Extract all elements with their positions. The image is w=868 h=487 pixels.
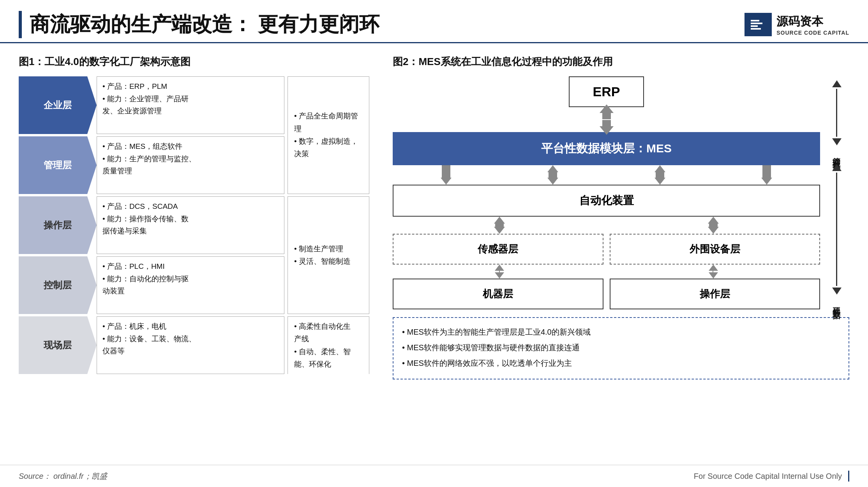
hw-label-text: 硬件数据 bbox=[831, 301, 842, 307]
a1-down bbox=[494, 227, 505, 234]
shaft1 bbox=[442, 165, 450, 178]
descriptions-column: • 产品：ERP，PLM • 能力：企业管理、产品研发、企业资源管理 • 产品：… bbox=[97, 76, 284, 393]
footer-internal: For Source Code Capital Internal Use Onl… bbox=[694, 472, 842, 481]
desc-operation-line2: • 能力：操作指令传输、数据传递与采集 bbox=[102, 213, 279, 237]
desc-operation-line1: • 产品：DCS，SCADA bbox=[102, 201, 279, 212]
arrow-shaft-top bbox=[602, 113, 611, 119]
head3-down bbox=[655, 178, 665, 185]
desc-control-line2: • 能力：自动化的控制与驱动装置 bbox=[102, 273, 279, 297]
layer-management: 管理层 bbox=[19, 136, 97, 194]
head2-up bbox=[547, 165, 558, 172]
desc-enterprise: • 产品：ERP，PLM • 能力：企业管理、产品研发、企业资源管理 bbox=[97, 76, 284, 134]
layer-operation: 操作层 bbox=[19, 196, 97, 254]
manage-data-label bbox=[832, 76, 842, 149]
arrow-up-head bbox=[600, 104, 614, 113]
footer-source: Source： ordinal.fr；凯盛 bbox=[19, 471, 107, 482]
sp1-up bbox=[495, 265, 504, 271]
machine-operation-row: 机器层 操作层 bbox=[393, 279, 820, 309]
arrow-mes-3 bbox=[655, 165, 665, 185]
head3-up bbox=[655, 165, 665, 172]
hw-arrow-down bbox=[832, 288, 842, 295]
shaft3 bbox=[656, 172, 664, 178]
footer-right-area: For Source Code Capital Internal Use Onl… bbox=[694, 471, 849, 482]
right-bracket: 管理数据 硬件数据 bbox=[820, 76, 849, 309]
right-chevrons: • 产品全生命周期管理 • 数字，虚拟制造，决策 • 制造生产管理 • 灵活、智… bbox=[288, 76, 369, 393]
head1 bbox=[441, 178, 452, 185]
chevron2-line1: • 制造生产管理 bbox=[294, 243, 363, 255]
shaft4 bbox=[762, 165, 771, 178]
logo-area: 源码资本 SOURCE CODE CAPITAL bbox=[745, 13, 849, 36]
head4 bbox=[761, 178, 772, 185]
chevron-shape bbox=[288, 374, 369, 393]
logo-cn: 源码资本 bbox=[776, 14, 823, 30]
svg-rect-4 bbox=[751, 28, 761, 30]
diagram2-body: ERP 平台性数据模块层：MES bbox=[393, 76, 849, 309]
chevron2-line2: • 灵活、智能制造 bbox=[294, 255, 363, 268]
diagram2-main: ERP 平台性数据模块层：MES bbox=[393, 76, 820, 309]
mes-box: 平台性数据模块层：MES bbox=[393, 132, 820, 165]
a2-shaft bbox=[709, 224, 718, 227]
head2-down bbox=[547, 178, 558, 185]
operation-box: 操作层 bbox=[610, 279, 820, 309]
erp-box: ERP bbox=[569, 76, 644, 107]
layer-control: 控制层 bbox=[19, 256, 97, 314]
diagram1-body: 企业层 管理层 操作层 控制层 现场层 • 产品：ERP，PLM • 能力：企业… bbox=[19, 76, 369, 393]
page-title: 商流驱动的生产端改造： 更有力更闭环 bbox=[30, 11, 745, 38]
desc-management-line2: • 能力：生产的管理与监控、质量管理 bbox=[102, 153, 279, 177]
chevron-arrow-bottom bbox=[288, 374, 369, 393]
a1-shaft bbox=[495, 224, 504, 227]
a2-down bbox=[708, 227, 719, 234]
arrow-mes-1 bbox=[441, 165, 452, 185]
arrow-auto-1 bbox=[494, 217, 505, 234]
note-line1: • MES软件为主的智能生产管理层是工业4.0的新兴领域 bbox=[402, 325, 840, 339]
hw-arrow-up bbox=[832, 164, 842, 171]
diagram1-section: 图1：工业4.0的数字化工厂架构示意图 企业层 管理层 操作层 控制层 现场层 … bbox=[19, 55, 369, 393]
main-content: 图1：工业4.0的数字化工厂架构示意图 企业层 管理层 操作层 控制层 现场层 … bbox=[0, 43, 868, 401]
arrow-sp-1 bbox=[495, 265, 504, 279]
sp2-up bbox=[709, 265, 718, 271]
arrow-mes-4 bbox=[761, 165, 772, 185]
arrow-down-head bbox=[600, 126, 614, 135]
arrow-auto-2 bbox=[708, 217, 719, 234]
footer-divider bbox=[848, 471, 849, 482]
arrow-sp-2 bbox=[709, 265, 718, 279]
chevron-box-1: • 产品全生命周期管理 • 数字，虚拟制造，决策 bbox=[288, 76, 369, 194]
desc-operation: • 产品：DCS，SCADA • 能力：操作指令传输、数据传递与采集 bbox=[97, 196, 284, 254]
machine-box: 机器层 bbox=[393, 279, 603, 309]
note-line3: • MES软件的网络效应不强，以吃透单个行业为主 bbox=[402, 356, 840, 370]
chevron-box-3-wrapper: • 高柔性自动化生产线 • 自动、柔性、智能、环保化 bbox=[288, 316, 369, 393]
chevron-box-3: • 高柔性自动化生产线 • 自动、柔性、智能、环保化 bbox=[288, 316, 369, 374]
svg-rect-1 bbox=[751, 20, 759, 21]
erp-row: ERP bbox=[393, 76, 820, 107]
hw-shaft bbox=[836, 173, 837, 286]
diagram2-section: 图2：MES系统在工业信息化过程中的功能及作用 ERP bbox=[393, 55, 849, 393]
manage-arrow-down bbox=[832, 138, 842, 145]
a2-up bbox=[708, 217, 719, 224]
mes-down-arrows bbox=[393, 165, 820, 185]
sp1-down bbox=[495, 272, 504, 279]
arrow-shaft-bottom bbox=[602, 120, 611, 126]
diagram2-title: 图2：MES系统在工业信息化过程中的功能及作用 bbox=[393, 55, 849, 69]
arrow-mes-2 bbox=[547, 165, 558, 185]
chevron3-line1: • 高柔性自动化生产线 bbox=[294, 320, 363, 346]
shaft2 bbox=[549, 172, 557, 178]
svg-rect-0 bbox=[748, 17, 768, 32]
manage-shaft bbox=[836, 89, 837, 137]
desc-enterprise-line1: • 产品：ERP，PLM bbox=[102, 81, 279, 92]
sp2-down bbox=[709, 272, 718, 279]
note-line2: • MES软件能够实现管理数据与硬件数据的直接连通 bbox=[402, 341, 840, 355]
layers-column: 企业层 管理层 操作层 控制层 现场层 bbox=[19, 76, 97, 393]
note-box: • MES软件为主的智能生产管理层是工业4.0的新兴领域 • MES软件能够实现… bbox=[393, 317, 849, 379]
desc-management-line1: • 产品：MES，组态软件 bbox=[102, 141, 279, 152]
chevron3-line2: • 自动、柔性、智能、环保化 bbox=[294, 346, 363, 371]
desc-control: • 产品：PLC，HMI • 能力：自动化的控制与驱动装置 bbox=[97, 256, 284, 314]
desc-field-line2: • 能力：设备、工装、物流、仪器等 bbox=[102, 333, 279, 357]
header: 商流驱动的生产端改造： 更有力更闭环 源码资本 SOURCE CODE CAPI… bbox=[0, 0, 868, 43]
logo-en: SOURCE CODE CAPITAL bbox=[776, 30, 849, 36]
desc-field-line1: • 产品：机床，电机 bbox=[102, 321, 279, 332]
desc-control-line1: • 产品：PLC，HMI bbox=[102, 261, 279, 272]
a1-up bbox=[494, 217, 505, 224]
diagram1-title: 图1：工业4.0的数字化工厂架构示意图 bbox=[19, 55, 369, 69]
footer: Source： ordinal.fr；凯盛 For Source Code Ca… bbox=[0, 465, 868, 487]
logo-icon bbox=[745, 13, 772, 36]
